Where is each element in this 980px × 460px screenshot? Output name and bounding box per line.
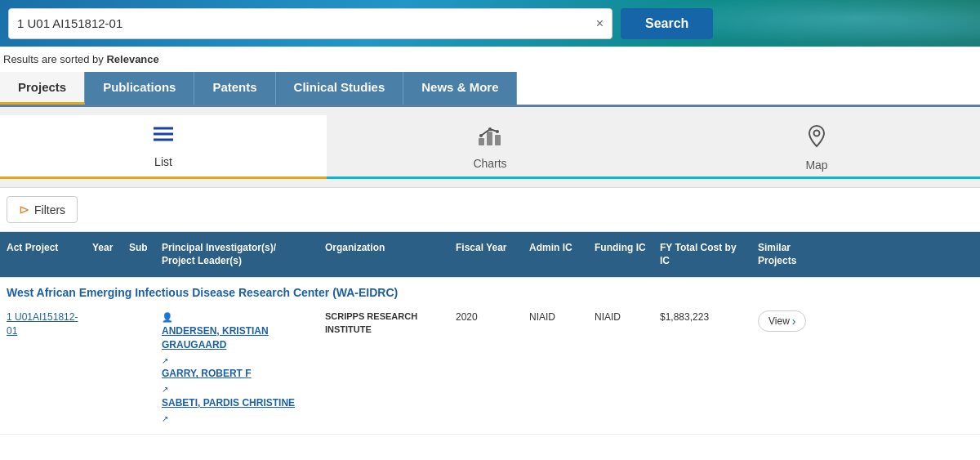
search-box: × <box>8 8 612 39</box>
th-admin: Admin IC <box>523 239 588 270</box>
search-input[interactable] <box>17 16 590 30</box>
charts-svg <box>475 123 505 148</box>
th-org: Organization <box>318 239 449 270</box>
project-id[interactable]: 1 U01AI151812-01 <box>0 309 86 340</box>
sort-prefix: Results are sorted by <box>3 53 106 65</box>
group-header: West African Emerging Infectious Disease… <box>0 277 980 302</box>
row-funding-ic: NIAID <box>588 309 653 326</box>
clear-icon[interactable]: × <box>596 16 604 31</box>
svg-rect-4 <box>487 132 492 145</box>
view-selector: List Charts Map <box>0 107 980 188</box>
view-charts-label: Charts <box>473 157 506 170</box>
tab-projects[interactable]: Projects <box>0 72 85 105</box>
svg-rect-3 <box>479 138 484 145</box>
external-link-1[interactable]: ↗ <box>162 356 168 365</box>
view-list[interactable]: List <box>0 115 327 179</box>
row-pi: 👤 ANDERSEN, KRISTIAN GRAUGAARD ↗ GARRY, … <box>155 309 318 427</box>
tab-patents[interactable]: Patents <box>194 72 275 105</box>
svg-rect-5 <box>495 135 501 145</box>
filters-bar: ⊳ Filters <box>0 188 980 232</box>
tab-news-more[interactable]: News & More <box>403 72 517 105</box>
view-charts[interactable]: Charts <box>327 115 653 179</box>
th-project: Act Project <box>0 239 86 270</box>
table-row: 1 U01AI151812-01 👤 ANDERSEN, KRISTIAN GR… <box>0 302 980 434</box>
tab-clinical-studies[interactable]: Clinical Studies <box>276 72 404 105</box>
svg-point-9 <box>814 131 820 136</box>
chevron-right-icon: › <box>792 315 796 328</box>
row-org: SCRIPPS RESEARCH INSTITUTE <box>318 309 449 337</box>
row-fiscal-year: 2020 <box>449 309 523 326</box>
tab-publications[interactable]: Publications <box>85 72 194 105</box>
svg-point-8 <box>496 130 499 133</box>
row-sub <box>122 309 155 312</box>
sort-bar: Results are sorted by Relevance <box>0 47 980 72</box>
th-pi: Principal Investigator(s)/ Project Leade… <box>155 239 318 270</box>
view-similar-button[interactable]: View › <box>758 310 806 332</box>
svg-point-7 <box>488 127 492 131</box>
list-svg <box>150 123 176 146</box>
list-icon <box>150 123 176 152</box>
filters-button[interactable]: ⊳ Filters <box>7 196 78 223</box>
view-map-label: Map <box>805 159 827 172</box>
external-link-3[interactable]: ↗ <box>162 414 168 423</box>
view-map[interactable]: Map <box>653 115 980 179</box>
map-icon <box>804 123 829 155</box>
sort-value: Relevance <box>106 53 158 65</box>
row-cost: $1,883,223 <box>653 309 751 326</box>
th-similar: Similar Projects <box>751 239 825 270</box>
row-year <box>86 309 122 312</box>
pi-name-3[interactable]: SABETI, PARDIS CHRISTINE <box>162 396 312 410</box>
view-list-label: List <box>154 155 172 168</box>
th-cost: FY Total Cost by IC <box>653 239 751 270</box>
th-sub: Sub <box>122 239 155 270</box>
table-header: Act Project Year Sub Principal Investiga… <box>0 232 980 277</box>
pi-icon: 👤 <box>162 312 173 322</box>
th-funding: Funding IC <box>588 239 653 270</box>
external-link-2[interactable]: ↗ <box>162 385 168 394</box>
map-svg <box>804 123 829 150</box>
charts-icon <box>475 123 505 154</box>
svg-point-6 <box>479 134 483 137</box>
th-year: Year <box>86 239 122 270</box>
row-admin-ic: NIAID <box>523 309 588 326</box>
search-button[interactable]: Search <box>621 8 713 39</box>
filter-icon: ⊳ <box>19 202 29 217</box>
pi-name-2[interactable]: GARRY, ROBERT F <box>162 367 312 381</box>
tabs-bar: Projects Publications Patents Clinical S… <box>0 72 980 107</box>
view-label: View <box>768 315 790 327</box>
header: × Search <box>0 0 980 47</box>
row-similar: View › <box>751 309 825 333</box>
th-fy: Fiscal Year <box>449 239 523 270</box>
pi-name-1[interactable]: ANDERSEN, KRISTIAN GRAUGAARD <box>162 324 312 352</box>
filters-label: Filters <box>34 203 65 217</box>
